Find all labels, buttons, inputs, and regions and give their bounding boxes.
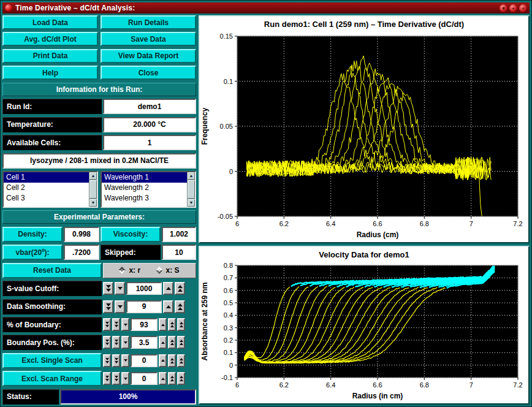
svg-text:0: 0 (229, 168, 233, 175)
svg-text:6.2: 6.2 (279, 381, 289, 389)
cell-scrollbar[interactable]: ▲ ▼ (89, 172, 97, 207)
scroll-down-icon[interactable]: ▼ (188, 199, 195, 207)
toolbar-row-3: Print Data View Data Report (2, 49, 196, 63)
vbar-button[interactable]: vbar(20º): (2, 245, 63, 260)
counter-row: Excl. Scan Range0 (2, 371, 196, 386)
spin-down-icon[interactable] (115, 282, 125, 295)
spin-fast-down-icon[interactable] (103, 372, 111, 385)
spin-up-icon[interactable] (159, 372, 167, 385)
minimize-icon[interactable]: ▾ (500, 4, 507, 12)
wavelength-scrollbar[interactable]: ▲ ▼ (187, 172, 195, 207)
wavelength-listbox[interactable]: Wavelength 1Wavelength 2Wavelength 3 ▲ ▼ (101, 171, 196, 208)
list-item[interactable]: Wavelength 2 (102, 183, 187, 193)
counter-controls: 3.5 (103, 335, 196, 350)
spin-fast-down-icon[interactable] (103, 336, 111, 349)
progress-percent: 100% (61, 390, 195, 403)
spin-fast-up-icon[interactable] (168, 354, 176, 367)
list-item[interactable]: Cell 3 (4, 193, 89, 204)
counter-value[interactable]: 0 (131, 354, 158, 367)
viscosity-value[interactable]: 1.002 (162, 227, 196, 242)
spin-fast-down-icon[interactable] (103, 300, 113, 313)
time-derivative-plot-canvas[interactable]: 66.26.46.66.877.2-0.0500.050.10.15Radius… (200, 31, 528, 242)
spin-up-icon[interactable] (159, 354, 167, 367)
svg-text:6.6: 6.6 (373, 220, 382, 227)
scroll-up-icon[interactable]: ▲ (89, 172, 97, 180)
spin-down-icon[interactable] (121, 318, 129, 331)
svg-text:6.2: 6.2 (279, 220, 289, 227)
available-cells-row: Available Cells: 1 (2, 135, 196, 150)
spin-fast-up-icon[interactable] (177, 318, 185, 331)
spin-fast-down-icon[interactable] (112, 318, 120, 331)
list-item[interactable]: Cell 1 (4, 172, 89, 183)
scroll-up-icon[interactable]: ▲ (188, 172, 195, 180)
scroll-down-icon[interactable]: ▼ (89, 199, 97, 207)
close-icon[interactable]: × (519, 4, 527, 12)
spin-fast-up-icon[interactable] (175, 282, 185, 295)
list-item[interactable]: Wavelength 3 (102, 193, 187, 204)
scrollbar-thumb[interactable] (188, 180, 195, 199)
list-item[interactable]: Cell 2 (4, 183, 89, 193)
reset-data-button[interactable]: Reset Data (2, 263, 102, 278)
load-data-button[interactable]: Load Data (2, 15, 98, 29)
velocity-plot-panel: Velocity Data for demo1 66.26.46.66.877.… (199, 246, 530, 405)
spin-fast-down-icon[interactable] (103, 354, 111, 367)
counter-action-button[interactable]: Excl. Single Scan (2, 353, 102, 368)
temperature-value: 20.000 °C (103, 117, 196, 132)
spin-fast-up-icon[interactable] (175, 300, 185, 313)
radio-option-x-r[interactable]: x: r (120, 266, 140, 275)
spin-fast-down-icon[interactable] (103, 318, 111, 331)
counter-action-button[interactable]: Excl. Scan Range (2, 371, 102, 386)
spin-fast-down-icon[interactable] (112, 372, 120, 385)
print-data-button[interactable]: Print Data (2, 49, 98, 63)
avg-dcdt-plot-button[interactable]: Avg. dC/dt Plot (2, 32, 98, 46)
density-button[interactable]: Density: (2, 227, 63, 242)
vbar-value[interactable]: .7200 (64, 245, 99, 260)
counter-controls: 0 (103, 353, 196, 368)
svg-text:0.05: 0.05 (220, 123, 233, 130)
help-button[interactable]: Help (2, 66, 98, 80)
spin-up-icon[interactable] (163, 300, 173, 313)
spin-up-icon[interactable] (159, 336, 167, 349)
density-viscosity-row: Density: 0.998 Viscosity: 1.002 (2, 227, 196, 242)
counter-value[interactable]: 9 (126, 300, 162, 313)
svg-text:7: 7 (469, 381, 473, 389)
spin-up-icon[interactable] (163, 282, 173, 295)
radio-diamond-icon (156, 267, 162, 274)
spin-fast-down-icon[interactable] (112, 354, 120, 367)
counter-value[interactable]: 1000 (126, 282, 162, 295)
close-button[interactable]: Close (101, 66, 196, 80)
spin-down-icon[interactable] (121, 354, 129, 367)
counter-value[interactable]: 0 (131, 372, 158, 385)
spin-fast-up-icon[interactable] (168, 318, 176, 331)
spin-fast-up-icon[interactable] (177, 336, 185, 349)
svg-text:Absorbance at 259 nm: Absorbance at 259 nm (200, 282, 209, 360)
spin-fast-down-icon[interactable] (103, 282, 113, 295)
counter-value[interactable]: 93 (131, 318, 158, 331)
spin-fast-down-icon[interactable] (112, 336, 120, 349)
spin-down-icon[interactable] (121, 336, 129, 349)
viscosity-button[interactable]: Viscosity: (101, 227, 161, 242)
maximize-icon[interactable]: ▪ (509, 4, 517, 12)
spin-fast-up-icon[interactable] (177, 372, 185, 385)
save-data-button[interactable]: Save Data (101, 32, 196, 46)
density-value[interactable]: 0.998 (64, 227, 99, 242)
svg-text:6: 6 (235, 381, 239, 389)
spin-fast-up-icon[interactable] (168, 336, 176, 349)
spin-fast-up-icon[interactable] (168, 372, 176, 385)
counter-value[interactable]: 3.5 (131, 336, 158, 349)
run-details-button[interactable]: Run Details (101, 15, 196, 29)
cell-listbox[interactable]: Cell 1Cell 2Cell 3 ▲ ▼ (2, 171, 98, 208)
svg-text:0.8: 0.8 (224, 262, 233, 269)
view-data-report-button[interactable]: View Data Report (101, 49, 196, 63)
title-bar[interactable]: Time Derivative – dC/dt Analysis: ▾ ▪ × (2, 2, 530, 13)
velocity-plot-canvas[interactable]: 66.26.46.66.877.2-0.100.10.20.30.40.50.6… (200, 262, 528, 403)
spin-down-icon[interactable] (115, 300, 125, 313)
list-item[interactable]: Wavelength 1 (102, 172, 187, 183)
svg-text:-0.1: -0.1 (221, 374, 233, 381)
spin-fast-up-icon[interactable] (177, 354, 185, 367)
scrollbar-thumb[interactable] (89, 180, 97, 199)
spin-down-icon[interactable] (121, 372, 129, 385)
radio-option-x-s[interactable]: x: S (157, 266, 180, 275)
counter-row: % of Boundary:93 (2, 317, 196, 332)
spin-up-icon[interactable] (159, 318, 167, 331)
